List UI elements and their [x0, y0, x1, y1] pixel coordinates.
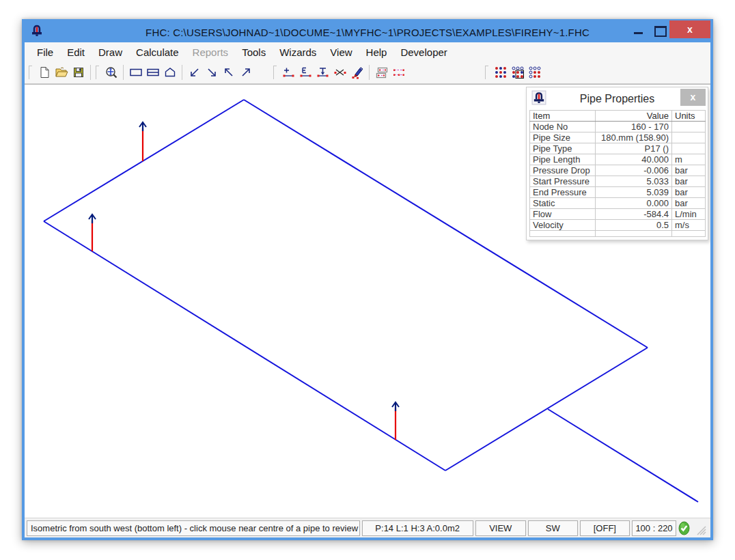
- window-title: FHC: C:\USERS\JOHNAD~1\DOCUME~1\MYFHC~1\…: [25, 27, 710, 38]
- table-row: Flow-584.4L/min: [530, 209, 706, 220]
- table-row: Pipe Size180.mm (158.90): [530, 132, 706, 143]
- pipe-line[interactable]: [548, 409, 698, 502]
- polygon-tool-icon[interactable]: [161, 64, 178, 81]
- toolbar: [25, 61, 710, 84]
- arrow-northwest-icon[interactable]: [220, 64, 237, 81]
- status-mode: VIEW: [475, 520, 527, 536]
- toolbar-separator: [369, 65, 370, 80]
- pipe-line[interactable]: [44, 221, 445, 471]
- menu-item-tools[interactable]: Tools: [235, 45, 273, 59]
- menu-item-developer[interactable]: Developer: [393, 45, 454, 59]
- pipe-properties-table-body: Node No160 - 170Pipe Size180.mm (158.90)…: [530, 122, 706, 237]
- toolbar-drag-handle[interactable]: [273, 66, 277, 79]
- add-node-icon[interactable]: [280, 64, 297, 81]
- maximize-button[interactable]: [649, 20, 669, 38]
- column-header-item: Item: [530, 111, 596, 122]
- menu-item-help[interactable]: Help: [359, 45, 394, 59]
- split-rectangle-tool-icon[interactable]: [144, 64, 161, 81]
- drawing-canvas[interactable]: Pipe Properties x Item Value Units Node …: [25, 84, 710, 518]
- toolbar-separator: [90, 65, 91, 80]
- app-window: FHC: C:\USERS\JOHNAD~1\DOCUME~1\MYFHC~1\…: [22, 19, 713, 540]
- new-document-icon[interactable]: [36, 64, 53, 81]
- table-row: Pressure Drop-0.006bar: [530, 165, 706, 176]
- table-row: Pipe TypeP17 (): [530, 143, 706, 154]
- save-icon[interactable]: [70, 64, 87, 81]
- copy-pipes-icon[interactable]: [373, 64, 390, 81]
- pipe-properties-panel: Pipe Properties x Item Value Units Node …: [526, 87, 708, 240]
- arrow-southwest-icon[interactable]: [186, 64, 203, 81]
- table-header-row: Item Value Units: [530, 111, 706, 122]
- table-row: Start Pressure5.033bar: [530, 176, 706, 187]
- menu-bar: FileEditDrawCalculateReportsToolsWizards…: [25, 42, 710, 61]
- status-counts: P:14 L:1 H:3 A:0.0m2: [362, 520, 473, 536]
- array-grid-icon[interactable]: [492, 64, 509, 81]
- array-grid-selected-icon[interactable]: [509, 64, 526, 81]
- toolbar-separator: [123, 65, 124, 80]
- menu-item-edit[interactable]: Edit: [60, 45, 92, 59]
- toolbar-drag-handle[interactable]: [485, 66, 488, 79]
- end-node-icon[interactable]: [297, 64, 314, 81]
- menu-item-wizards[interactable]: Wizards: [273, 45, 323, 59]
- pipe-properties-table: Item Value Units Node No160 - 170Pipe Si…: [529, 110, 706, 237]
- panel-close-button[interactable]: x: [680, 89, 706, 106]
- menu-item-draw[interactable]: Draw: [92, 45, 129, 59]
- table-row: Velocity0.5m/s: [530, 220, 706, 231]
- menu-item-reports: Reports: [186, 45, 236, 59]
- status-ok-shield-icon: [678, 520, 692, 536]
- status-message: Isometric from south west (bottom left) …: [27, 520, 360, 536]
- tee-node-icon[interactable]: [314, 64, 331, 81]
- zoom-extents-icon[interactable]: [102, 64, 120, 81]
- pipe-line[interactable]: [44, 100, 244, 221]
- close-button[interactable]: x: [669, 20, 710, 38]
- menu-item-view[interactable]: View: [323, 45, 359, 59]
- status-bar: Isometric from south west (bottom left) …: [25, 518, 710, 537]
- toolbar-drag-handle[interactable]: [96, 66, 99, 79]
- title-bar: FHC: C:\USERS\JOHNAD~1\DOCUME~1\MYFHC~1\…: [25, 22, 710, 42]
- open-file-icon[interactable]: [53, 64, 70, 81]
- column-header-value: Value: [596, 111, 672, 122]
- table-row: Node No160 - 170: [530, 122, 706, 132]
- table-row: Static0.000bar: [530, 198, 706, 209]
- array-grid-outline-icon[interactable]: [526, 64, 543, 81]
- pipe-properties-header[interactable]: Pipe Properties x: [527, 87, 708, 110]
- status-view-direction: SW: [528, 520, 578, 536]
- status-snap: [OFF]: [580, 520, 630, 536]
- minimize-button[interactable]: [628, 20, 649, 38]
- table-row: Pipe Length40.000m: [530, 154, 706, 165]
- break-node-icon[interactable]: [331, 64, 348, 81]
- menu-item-file[interactable]: File: [30, 45, 60, 59]
- app-hydrant-icon: [30, 24, 44, 40]
- toolbar-separator: [182, 65, 182, 80]
- status-zoom-ratio: 100 : 220: [632, 520, 676, 536]
- arrow-southeast-icon[interactable]: [203, 64, 220, 81]
- paste-pipes-icon[interactable]: [390, 64, 407, 81]
- column-header-units: Units: [672, 111, 706, 122]
- arrow-northeast-icon[interactable]: [237, 64, 254, 81]
- toolbar-drag-handle[interactable]: [29, 66, 32, 79]
- resize-grip[interactable]: [693, 522, 708, 537]
- pen-eraser-icon[interactable]: [348, 64, 365, 81]
- menu-item-calculate[interactable]: Calculate: [129, 45, 186, 59]
- table-filler-row: [530, 231, 706, 237]
- table-row: End Pressure5.039bar: [530, 187, 706, 198]
- rectangle-tool-icon[interactable]: [127, 64, 144, 81]
